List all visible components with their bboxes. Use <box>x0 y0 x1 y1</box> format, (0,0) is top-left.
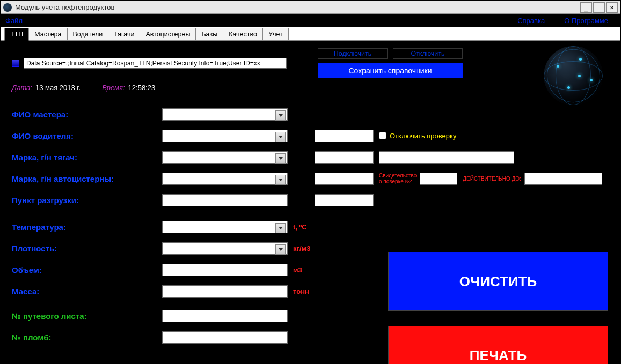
label-seals: № пломб: <box>12 333 162 342</box>
valid-until-input[interactable] <box>524 173 602 185</box>
label-tanker: Марка, г/н автоцистерны: <box>12 174 162 183</box>
unit-mass: тонн <box>293 287 309 295</box>
tab-bases[interactable]: Базы <box>195 28 223 40</box>
tab-tractors[interactable]: Тягачи <box>108 28 140 40</box>
tab-masters[interactable]: Мастера <box>28 28 67 40</box>
svidetelstvo-input[interactable] <box>420 173 457 185</box>
tractor-extra-2[interactable] <box>379 151 514 164</box>
label-tractor: Марка, г/н тягач: <box>12 153 162 162</box>
combo-temp[interactable] <box>162 221 288 233</box>
label-temp: Температура: <box>12 222 162 232</box>
waybill-input[interactable] <box>162 310 288 322</box>
app-icon <box>3 3 12 12</box>
menu-file[interactable]: Файл <box>5 17 23 25</box>
driver-extra-input[interactable] <box>315 130 374 142</box>
tab-quality[interactable]: Качество <box>223 28 263 40</box>
tractor-extra-1[interactable] <box>315 151 374 164</box>
tabstrip: ТТН Мастера Водители Тягачи Автоцистерны… <box>1 27 620 41</box>
tab-drivers[interactable]: Водители <box>67 28 109 40</box>
svidetelstvo-label: Свидетельство о поверке №: <box>379 173 417 184</box>
minimize-button[interactable]: _ <box>580 2 592 13</box>
label-waybill: № путевого листа: <box>12 311 162 321</box>
disable-check-checkbox[interactable] <box>379 132 386 139</box>
tanker-extra-1[interactable] <box>315 173 374 185</box>
menu-help[interactable]: Справка <box>517 17 545 25</box>
content-area: Подключить Отключить Сохранить справочни… <box>1 41 620 363</box>
unit-temp: t, ºC <box>293 223 307 231</box>
label-unload: Пункт разгрузки: <box>12 196 162 205</box>
disconnect-button[interactable]: Отключить <box>393 48 463 59</box>
datasource-icon[interactable] <box>12 60 19 67</box>
tab-tankers[interactable]: Автоцистерны <box>140 28 196 40</box>
titlebar: Модуль учета нефтепродуктов _ □ ✕ <box>1 1 620 14</box>
combo-density[interactable] <box>162 242 288 255</box>
combo-tanker[interactable] <box>162 173 288 185</box>
combo-master[interactable] <box>162 108 288 121</box>
seals-input[interactable] <box>162 331 288 344</box>
date-label: Дата: <box>12 84 32 92</box>
save-references-button[interactable]: Сохранить справочники <box>318 63 463 78</box>
close-button[interactable]: ✕ <box>606 2 618 13</box>
unit-volume: м3 <box>293 266 302 274</box>
valid-until-label: ДЕЙСТВИТЕЛЬНО ДО: <box>463 176 521 182</box>
connect-button[interactable]: Подключить <box>318 48 388 59</box>
volume-input[interactable] <box>162 264 288 276</box>
label-density: Плотность: <box>12 244 162 253</box>
window-title: Модуль учета нефтепродуктов <box>15 3 580 11</box>
logo-sphere <box>544 46 603 105</box>
label-volume: Объем: <box>12 265 162 274</box>
label-mass: Масса: <box>12 287 162 296</box>
print-button[interactable]: ПЕЧАТЬ <box>388 326 608 364</box>
unload-input-2[interactable] <box>315 194 374 206</box>
menu-about[interactable]: О Программе <box>564 17 608 25</box>
disable-check-label: Отключить проверку <box>390 132 456 140</box>
date-value: 13 мая 2013 г. <box>35 84 81 92</box>
menubar: Файл Справка О Программе <box>1 14 620 27</box>
combo-tractor[interactable] <box>162 151 288 164</box>
label-driver: ФИО водителя: <box>12 131 162 140</box>
tab-accounting[interactable]: Учет <box>262 28 289 40</box>
unit-density: кг/м3 <box>293 244 310 252</box>
tab-ttn[interactable]: ТТН <box>4 28 29 41</box>
label-master: ФИО мастера: <box>12 110 162 119</box>
time-label: Время: <box>102 84 125 92</box>
mass-input[interactable] <box>162 285 288 298</box>
combo-driver[interactable] <box>162 130 288 142</box>
clear-button[interactable]: ОЧИСТИТЬ <box>388 252 608 311</box>
unload-input-1[interactable] <box>162 194 288 206</box>
maximize-button[interactable]: □ <box>593 2 605 13</box>
time-value: 12:58:23 <box>128 84 156 92</box>
datasource-input[interactable] <box>24 58 287 69</box>
